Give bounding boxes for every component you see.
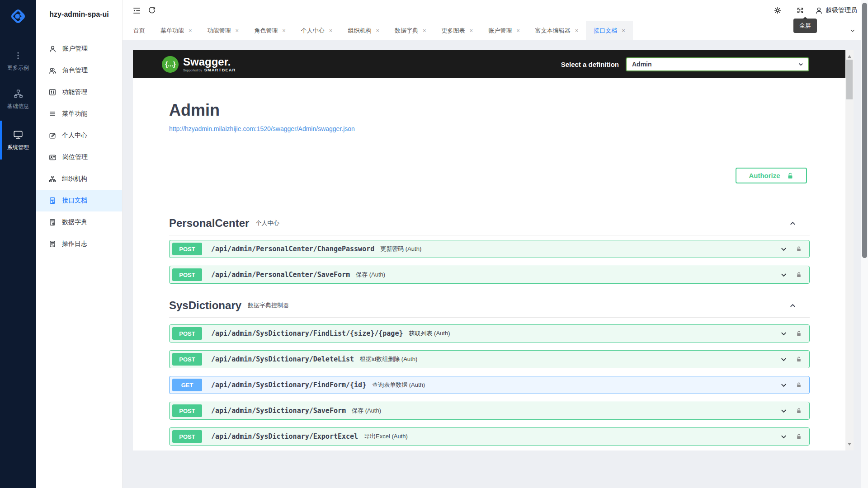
tab-organization[interactable]: 组织机构× xyxy=(340,21,387,40)
tab-accounts[interactable]: 账户管理× xyxy=(481,21,528,40)
close-icon[interactable]: × xyxy=(575,28,579,33)
definition-select[interactable]: Admin xyxy=(626,57,809,71)
auth-lock-icon[interactable] xyxy=(796,433,802,440)
rail-item-basic-info[interactable]: 基础信息 xyxy=(0,82,36,116)
endpoint-row[interactable]: POST /api/admin/PersonalCenter/SaveForm … xyxy=(169,266,810,284)
sidebar-item-organization[interactable]: 组织机构 xyxy=(36,168,122,190)
chevron-down-icon[interactable] xyxy=(779,407,788,415)
tab-menus[interactable]: 菜单功能× xyxy=(153,21,200,40)
sidebar-item-api-docs[interactable]: 接口文档 xyxy=(36,190,122,211)
tab-personal-center[interactable]: 个人中心× xyxy=(293,21,340,40)
close-icon[interactable]: × xyxy=(236,28,239,33)
close-icon[interactable]: × xyxy=(329,28,333,33)
tab-bar: 首页 菜单功能× 功能管理× 角色管理× 个人中心× 组织机构× 数据字典× 更… xyxy=(123,21,868,40)
sidebar-item-posts[interactable]: 岗位管理 xyxy=(36,146,122,168)
close-icon[interactable]: × xyxy=(282,28,286,33)
tab-label: 首页 xyxy=(133,27,145,35)
tab-label: 功能管理 xyxy=(208,27,231,35)
tab-home[interactable]: 首页 xyxy=(126,21,153,40)
spec-url-link[interactable]: http://hzyadmin.milaizhijie.com:1520/swa… xyxy=(169,125,355,132)
operations: PersonalCenter 个人中心 POST /api/admin/Pers… xyxy=(133,217,854,446)
auth-lock-icon[interactable] xyxy=(796,407,802,414)
rail-item-label: 基础信息 xyxy=(7,103,29,110)
endpoint-summary: 保存 (Auth) xyxy=(352,407,381,415)
collapse-section-button[interactable] xyxy=(788,219,797,228)
auth-lock-icon[interactable] xyxy=(796,245,802,253)
unlock-icon xyxy=(787,172,794,180)
close-icon[interactable]: × xyxy=(622,28,625,33)
sidebar-item-label: 菜单功能 xyxy=(62,110,87,118)
chevron-down-icon[interactable] xyxy=(779,245,788,253)
section-header[interactable]: PersonalCenter 个人中心 xyxy=(169,217,810,235)
chevron-down-icon[interactable] xyxy=(779,329,788,338)
chevron-down-icon[interactable] xyxy=(779,432,788,441)
collapse-section-button[interactable] xyxy=(788,301,797,310)
tab-rich-text-editor[interactable]: 富文本编辑器× xyxy=(528,21,586,40)
collapse-sidebar-button[interactable] xyxy=(129,3,144,18)
menu-lines-icon xyxy=(49,110,56,117)
chevron-down-icon[interactable] xyxy=(779,355,788,364)
endpoint-row[interactable]: GET /api/admin/SysDictionary/FindForm/{i… xyxy=(169,376,810,394)
endpoint-row[interactable]: POST /api/admin/SysDictionary/SaveForm 保… xyxy=(169,402,810,420)
fullscreen-tooltip: 全屏 xyxy=(793,19,817,33)
endpoint-path: /api/admin/SysDictionary/ExportExcel xyxy=(211,432,358,441)
auth-lock-icon[interactable] xyxy=(796,356,802,363)
endpoint-row[interactable]: POST /api/admin/SysDictionary/DeleteList… xyxy=(169,350,810,368)
chevron-down-icon xyxy=(797,61,804,68)
scroll-down-arrow-icon[interactable] xyxy=(848,443,851,447)
swagger-logo[interactable]: {…} Swagger. Supported by SMARTBEAR xyxy=(162,56,236,73)
sidebar-item-roles[interactable]: 角色管理 xyxy=(36,60,122,81)
sidebar-item-features[interactable]: 功能管理 xyxy=(36,81,122,103)
tab-roles[interactable]: 角色管理× xyxy=(246,21,293,40)
iframe-scrollbar-thumb[interactable] xyxy=(846,60,853,99)
rail-item-more-examples[interactable]: 更多示例 xyxy=(0,44,36,78)
chevron-down-icon[interactable] xyxy=(779,381,788,389)
endpoint-row[interactable]: POST /api/admin/SysDictionary/FindList/{… xyxy=(169,324,810,343)
authorize-label: Authorize xyxy=(749,172,780,179)
user-menu[interactable]: 超级管理员 xyxy=(815,6,857,14)
tab-api-docs[interactable]: 接口文档× xyxy=(586,21,633,40)
section-header[interactable]: SysDictionary 数据字典控制器 xyxy=(169,299,810,318)
app-logo[interactable] xyxy=(7,5,29,27)
browser-scrollbar-thumb[interactable] xyxy=(862,3,867,258)
authorize-button[interactable]: Authorize xyxy=(736,168,807,183)
auth-lock-icon[interactable] xyxy=(796,330,802,337)
section-sys-dictionary: SysDictionary 数据字典控制器 POST /api/admin/Sy… xyxy=(169,299,810,446)
sidebar-item-menus[interactable]: 菜单功能 xyxy=(36,103,122,125)
monitor-icon xyxy=(13,130,23,140)
close-icon[interactable]: × xyxy=(376,28,379,33)
fullscreen-icon xyxy=(796,6,804,14)
sidebar-item-operation-log[interactable]: 操作日志 xyxy=(36,233,122,255)
endpoint-row[interactable]: POST /api/admin/PersonalCenter/ChangePas… xyxy=(169,240,810,258)
endpoint-row[interactable]: POST /api/admin/SysDictionary/ExportExce… xyxy=(169,427,810,446)
browser-scrollbar[interactable] xyxy=(861,0,868,488)
iframe-scrollbar[interactable] xyxy=(845,50,854,450)
sidebar-item-accounts[interactable]: 账户管理 xyxy=(36,38,122,60)
swagger-topbar: {…} Swagger. Supported by SMARTBEAR Sele… xyxy=(133,50,854,78)
tab-dictionary[interactable]: 数据字典× xyxy=(387,21,434,40)
tab-features[interactable]: 功能管理× xyxy=(200,21,247,40)
close-icon[interactable]: × xyxy=(470,28,473,33)
close-icon[interactable]: × xyxy=(516,28,520,33)
close-icon[interactable]: × xyxy=(189,28,192,33)
auth-lock-icon[interactable] xyxy=(796,271,802,278)
refresh-button[interactable] xyxy=(144,3,160,18)
tab-label: 角色管理 xyxy=(254,27,278,35)
app-root: 更多示例 基础信息 系统管理 hzy-admin-spa xyxy=(0,0,868,488)
settings-button[interactable] xyxy=(770,3,785,18)
auth-lock-icon[interactable] xyxy=(796,381,802,389)
endpoint-summary: 根据id数组删除 (Auth) xyxy=(360,355,417,363)
sidebar-item-personal-center[interactable]: 个人中心 xyxy=(36,125,122,146)
endpoint-summary: 更新密码 (Auth) xyxy=(380,245,421,253)
sidebar-item-dictionary[interactable]: 数据字典 xyxy=(36,211,122,233)
doc-dictionary-icon xyxy=(49,219,56,226)
rail-item-system-admin[interactable]: 系统管理 xyxy=(0,121,36,160)
scroll-up-arrow-icon[interactable] xyxy=(848,53,851,58)
api-title: Admin xyxy=(169,101,817,120)
section-personal-center: PersonalCenter 个人中心 POST /api/admin/Pers… xyxy=(169,217,810,284)
gear-icon xyxy=(774,6,782,14)
endpoint-summary: 获取列表 (Auth) xyxy=(409,329,450,338)
chevron-down-icon[interactable] xyxy=(779,271,788,279)
close-icon[interactable]: × xyxy=(423,28,426,33)
tab-more-charts[interactable]: 更多图表× xyxy=(434,21,481,40)
